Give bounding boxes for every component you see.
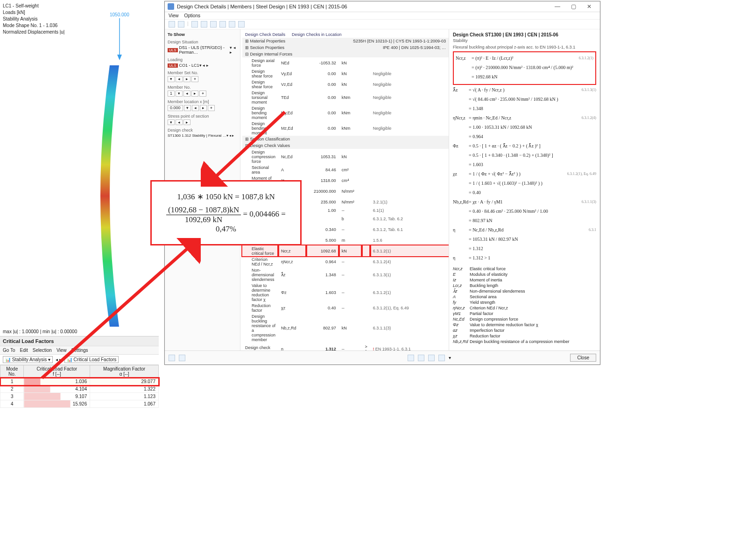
design-situation-combo[interactable]: ULSDS1 - ULS (STR/GEO) - Perman… ▾ ◂ ▸ <box>168 45 237 55</box>
close-dialog-button[interactable]: Close <box>570 354 596 362</box>
clf-row-3: 39.1071.123 <box>0 393 159 400</box>
mid-tabs[interactable]: Design Check DetailsDesign Checks in Loc… <box>242 31 449 38</box>
dialog-menu[interactable]: ViewOptions <box>165 12 600 20</box>
close-button[interactable]: ✕ <box>581 3 597 10</box>
dcv-row[interactable]: Criterion NEd / Ncr,zηNcr,z0.964--6.3.1.… <box>242 256 449 267</box>
member-no-ctrl[interactable]: 1▾◂▸⌖ <box>168 91 237 97</box>
member-set-ctrl[interactable]: ▾◂▸⌖ <box>168 76 237 82</box>
app-icon <box>168 3 174 10</box>
load-arrow: 1050.000 <box>110 12 129 60</box>
dcv-row[interactable]: Elastic critical forceNcr,z1092.68kN6.3.… <box>242 245 449 256</box>
arrow-to-ncr <box>201 107 289 187</box>
dialog-title: Design Check Details | Members | Steel D… <box>177 4 347 9</box>
dialog-toolbar[interactable]: | <box>165 20 600 29</box>
maximize-button[interactable]: ▢ <box>565 3 581 10</box>
viewport-info: LC1 - Self-weight Loads [kN] Stability A… <box>0 0 159 35</box>
clf-row-4: 415.9261.067 <box>0 400 159 408</box>
dcv-row[interactable]: Non-dimensional slendernessλ̄z1.348--6.3… <box>242 267 449 282</box>
loading-combo[interactable]: ULSCO1 - LC1 ▾ ◂ ▸ <box>168 63 237 68</box>
dcv-row[interactable]: Value to determine reduction factor χΦz1… <box>242 282 449 302</box>
svg-marker-1 <box>117 55 122 60</box>
dcv-row[interactable]: Design buckling resistance of a compress… <box>242 313 449 343</box>
formula-panel: Design Check ST1300 | EN 1993 | CEN | 20… <box>449 29 600 350</box>
annotation-callout: 1,036 ∗ 1050 kN = 1087,8 kN (1092,68 − 1… <box>150 180 302 245</box>
minimize-button[interactable]: — <box>550 3 565 10</box>
dcv-row[interactable]: Reduction factorχz0.40--6.3.1.2(1), Eq. … <box>242 302 449 313</box>
arrow-to-clf <box>37 238 201 387</box>
svg-line-2 <box>212 112 285 180</box>
svg-line-3 <box>42 245 191 378</box>
